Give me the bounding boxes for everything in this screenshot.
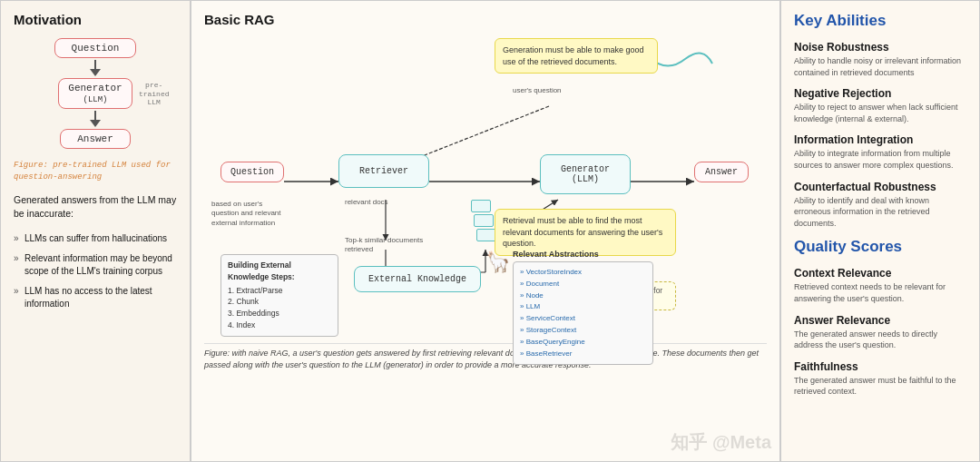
score-title-0: Context Relevance — [794, 267, 966, 280]
build-step-4: 4. Index — [228, 319, 331, 331]
side-label: based on user's question and relevant ex… — [211, 200, 284, 228]
score-title-1: Answer Relevance — [794, 314, 966, 327]
ability-negative-rejection: Negative Rejection Ability to reject to … — [794, 87, 966, 124]
motivation-diagram: Question Generator (LLM) pre-trained LLM… — [14, 38, 177, 149]
build-step-1: 1. Extract/Parse — [228, 285, 331, 297]
ability-title-0: Noise Robustness — [794, 41, 966, 54]
right-panel: Key Abilities Noise Robustness Ability t… — [780, 0, 980, 462]
abs-2: Document — [520, 279, 646, 290]
ability-noise-robustness: Noise Robustness Ability to handle noisy… — [794, 41, 966, 78]
score-context-relevance: Context Relevance Retrieved context need… — [794, 267, 966, 304]
users-question-label: user's question — [513, 86, 562, 95]
ability-title-1: Negative Rejection — [794, 87, 966, 100]
rag-generator-node: Generator (LLM) — [540, 154, 631, 194]
abs-3: Node — [520, 290, 646, 302]
abs-7: BaseQueryEngine — [520, 337, 646, 349]
rag-answer-node: Answer — [694, 162, 749, 182]
build-step-2: 2. Chunk — [228, 296, 331, 308]
build-step-3: 3. Embeddings — [228, 308, 331, 319]
abstractions-list: VectorStoreIndex Document Node LLM Servi… — [513, 261, 653, 365]
external-knowledge-node: External Knowledge — [354, 266, 481, 292]
abs-4: LLM — [520, 301, 646, 313]
score-desc-2: The generated answer must be faithful to… — [794, 375, 966, 398]
key-abilities-title: Key Abilities — [794, 12, 966, 30]
ability-desc-1: Ability to reject to answer when lack su… — [794, 102, 966, 124]
generator-box: Generator (LLM) pre-trained LLM — [58, 78, 132, 109]
abs-5: ServiceContext — [520, 313, 646, 325]
doc-stack — [471, 200, 496, 241]
callout-generation: Generation must be able to make good use… — [495, 38, 658, 74]
question-box: Question — [54, 38, 137, 58]
score-desc-1: The generated answer needs to directly a… — [794, 329, 966, 351]
build-steps-title: Building External Knowledge Steps: — [228, 260, 331, 283]
answer-box: Answer — [60, 129, 131, 149]
llama-icon: 🦙 — [485, 254, 511, 280]
rag-figure-caption: Figure: with naive RAG, a user's questio… — [204, 343, 767, 370]
score-title-2: Faithfulness — [794, 360, 966, 373]
arrow-q-to-gen — [90, 60, 101, 76]
ability-information-integration: Information Integration Ability to integ… — [794, 133, 966, 171]
abs-1: VectorStoreIndex — [520, 267, 646, 279]
ability-desc-3: Ability to identify and deal with known … — [794, 195, 966, 230]
motivation-intro: Generated answers from the LLM may be in… — [14, 193, 177, 221]
bullet-2: Relevant information may be beyond scope… — [14, 252, 177, 278]
abstractions-title: Relevant Abstractions — [513, 250, 599, 260]
score-faithfulness: Faithfulness The generated answer must b… — [794, 360, 966, 398]
rag-diagram: Generation must be able to make good use… — [204, 36, 767, 336]
ability-counterfactual: Counterfactual Robustness Ability to ide… — [794, 181, 966, 230]
arrow-gen-to-ans — [90, 111, 101, 127]
middle-panel: Basic RAG — [191, 0, 780, 462]
score-answer-relevance: Answer Relevance The generated answer ne… — [794, 314, 966, 351]
relevant-docs-label: relevant docs — [345, 198, 388, 207]
topk-label: Top-k similar documents retrieved — [345, 236, 426, 255]
build-steps-box: Building External Knowledge Steps: 1. Ex… — [220, 254, 338, 337]
rag-title: Basic RAG — [204, 12, 767, 27]
motivation-figure-caption: Figure: pre-trained LLM used for questio… — [14, 160, 177, 182]
abs-8: BaseRetriever — [520, 349, 646, 360]
ability-title-2: Information Integration — [794, 133, 966, 146]
abs-6: StorageContext — [520, 325, 646, 337]
pretrained-label: pre-trained LLM — [133, 81, 175, 107]
motivation-bullets: LLMs can suffer from hallucinations Rele… — [14, 232, 177, 310]
bullet-1: LLMs can suffer from hallucinations — [14, 232, 177, 245]
rag-retriever-node: Retriever — [338, 154, 429, 188]
left-panel: Motivation Question Generator (LLM) pre-… — [0, 0, 191, 462]
motivation-title: Motivation — [14, 12, 177, 27]
rag-question-node: Question — [220, 162, 284, 182]
ability-title-3: Counterfactual Robustness — [794, 181, 966, 193]
ability-desc-2: Ability to integrate information from mu… — [794, 148, 966, 171]
score-desc-0: Retrieved context needs to be relevant f… — [794, 281, 966, 304]
callout-retrieval: Retrieval must be able to find the most … — [495, 209, 676, 256]
quality-scores-title: Quality Scores — [794, 238, 966, 256]
ability-desc-0: Ability to handle noisy or irrelevant in… — [794, 55, 966, 78]
bullet-3: LLM has no access to the latest informat… — [14, 285, 177, 310]
